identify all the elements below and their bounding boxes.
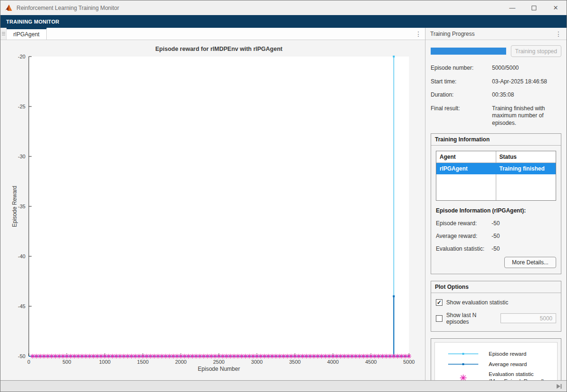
maximize-button[interactable]: [523, 0, 545, 15]
training-information-box: Training Information Agent Status rlPGAg…: [431, 133, 561, 274]
svg-text:-40: -40: [18, 253, 25, 259]
svg-text:5000: 5000: [403, 359, 415, 365]
window-title: Reinforcement Learning Training Monitor: [17, 5, 119, 11]
svg-text:4000: 4000: [327, 359, 339, 365]
show-last-n-episodes-row: Show last N episodes: [436, 312, 556, 325]
maximize-icon: [532, 6, 536, 10]
legend-item-evaluation-statistic: Evaluation statistic (MeanEpisodeReward): [438, 371, 554, 380]
checkbox-label: Show evaluation statistic: [446, 299, 508, 306]
reward-chart[interactable]: 0500100015002000250030003500400045005000…: [0, 40, 425, 380]
svg-text:-25: -25: [18, 104, 25, 109]
svg-text:-30: -30: [18, 154, 25, 159]
show-evaluation-statistic-row: ✓ Show evaluation statistic: [436, 299, 556, 306]
status-bar: [0, 380, 567, 392]
episode-reward-row: Episode reward: -50: [436, 220, 556, 227]
field-value: 5000/5000: [492, 65, 561, 72]
tab-label: rlPGAgent: [13, 31, 39, 38]
episode-reward-chart-area: Episode reward for rlMDPEnv with rlPGAge…: [0, 40, 425, 380]
minimize-button[interactable]: —: [501, 0, 523, 15]
svg-text:2500: 2500: [213, 359, 225, 365]
plot-options-title: Plot Options: [431, 281, 561, 293]
training-progress-panel: Training Progress ⋮ Training stopped Epi…: [425, 28, 567, 380]
panel-title: Training Progress: [430, 31, 475, 37]
svg-text:3000: 3000: [251, 359, 262, 365]
legend: Episode reward Average reward Evaluation…: [434, 342, 558, 380]
status-cell: Training finished: [496, 163, 556, 174]
svg-text:500: 500: [62, 359, 71, 365]
svg-text:-35: -35: [18, 204, 25, 209]
drag-grip-handle[interactable]: [0, 28, 7, 40]
grip-icon: [2, 32, 5, 36]
evaluation-statistic-row: Evaluation statistic: -50: [436, 245, 556, 252]
tab-rlpgagent[interactable]: rlPGAgent: [7, 28, 47, 40]
chart-y-axis-label: Episode Reward: [11, 159, 18, 253]
table-empty-area: [436, 174, 556, 200]
average-reward-row: Average reward: -50: [436, 233, 556, 239]
field-value: Training finished with maximum number of…: [492, 105, 565, 127]
show-last-n-episodes-checkbox[interactable]: [436, 315, 442, 322]
agent-status-table: Agent Status rlPGAgent Training finished: [436, 151, 556, 201]
chart-x-axis-label: Episode Number: [29, 366, 409, 372]
column-header-status: Status: [496, 151, 556, 163]
table-header-row: Agent Status: [436, 151, 556, 163]
legend-label-line1: Evaluation statistic: [489, 371, 534, 377]
svg-text:3500: 3500: [289, 359, 300, 365]
svg-text:1500: 1500: [137, 359, 149, 365]
svg-text:1000: 1000: [99, 359, 110, 365]
field-label: Duration:: [431, 91, 492, 99]
field-value: 00:35:08: [492, 91, 561, 99]
table-row[interactable]: rlPGAgent Training finished: [436, 163, 556, 174]
field-label: Final result:: [431, 105, 492, 127]
field-value: 03-Apr-2025 18:46:58: [492, 78, 561, 86]
column-header-agent: Agent: [436, 151, 496, 163]
document-tab-strip: rlPGAgent ⋮: [0, 28, 425, 40]
legend-box: Episode reward Average reward Evaluation…: [431, 338, 561, 380]
svg-text:0: 0: [27, 359, 30, 365]
panel-options-menu-button[interactable]: ⋮: [555, 31, 562, 37]
app-window: Reinforcement Learning Training Monitor …: [0, 0, 567, 392]
evaluation-statistic-marker-swatch: [438, 373, 489, 380]
svg-text:2000: 2000: [175, 359, 186, 365]
more-details-button[interactable]: More Details...: [504, 257, 556, 268]
expand-panel-icon[interactable]: [556, 384, 562, 389]
average-reward-line-swatch: [438, 362, 489, 367]
tab-training-monitor[interactable]: TRAINING MONITOR: [6, 19, 59, 24]
panel-header: Training Progress ⋮: [425, 28, 567, 40]
stat-label: Average reward:: [436, 233, 492, 239]
tab-options-menu-button[interactable]: ⋮: [412, 28, 425, 40]
svg-text:4500: 4500: [365, 359, 376, 365]
training-information-title: Training Information: [431, 134, 561, 146]
training-stopped-button[interactable]: Training stopped: [511, 45, 561, 57]
show-evaluation-statistic-checkbox[interactable]: ✓: [436, 299, 442, 306]
last-n-episodes-input[interactable]: [500, 313, 556, 323]
matlab-logo-icon: [5, 5, 13, 11]
tab-strip-spacer: [47, 28, 412, 40]
plot-options-box: Plot Options ✓ Show evaluation statistic…: [431, 281, 561, 332]
kebab-icon: ⋮: [555, 31, 562, 37]
svg-text:-45: -45: [18, 303, 25, 309]
svg-text:-20: -20: [18, 54, 25, 59]
episode-information-title: Episode Information (rlPGAgent):: [436, 207, 556, 214]
checkbox-label: Show last N episodes: [446, 312, 500, 325]
stat-value: -50: [492, 233, 500, 239]
legend-label: Evaluation statistic (MeanEpisodeReward): [489, 371, 544, 380]
empty-agent-col: [436, 174, 496, 200]
agent-cell: rlPGAgent: [436, 163, 496, 174]
stat-label: Episode reward:: [436, 220, 492, 227]
close-button[interactable]: ✕: [545, 0, 567, 15]
field-label: Episode number:: [431, 65, 492, 72]
progress-fill: [431, 48, 506, 55]
episode-reward-line-swatch: [438, 351, 489, 356]
title-bar: Reinforcement Learning Training Monitor …: [0, 0, 567, 15]
final-result-row: Final result: Training finished with max…: [431, 105, 561, 127]
stat-label: Evaluation statistic:: [436, 245, 492, 252]
field-label: Start time:: [431, 78, 492, 86]
start-time-row: Start time: 03-Apr-2025 18:46:58: [431, 78, 561, 86]
empty-status-col: [496, 174, 556, 200]
training-progress-bar: [431, 48, 506, 55]
legend-item-episode-reward: Episode reward: [438, 351, 554, 358]
episode-number-row: Episode number: 5000/5000: [431, 65, 561, 72]
toolstrip-ribbon: TRAINING MONITOR: [0, 15, 567, 28]
legend-label: Episode reward: [489, 351, 526, 358]
stat-value: -50: [492, 245, 500, 252]
